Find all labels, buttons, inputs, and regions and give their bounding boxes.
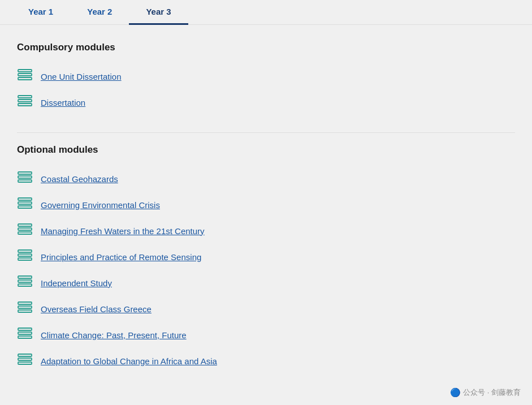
tab-year1[interactable]: Year 1 — [11, 0, 70, 25]
module-link-one-unit-dissertation[interactable]: One Unit Dissertation — [41, 72, 122, 81]
watermark-icon: 🔵 — [450, 387, 461, 398]
svg-rect-19 — [18, 280, 32, 282]
optional-title: Optional modules — [17, 144, 515, 156]
svg-rect-23 — [18, 310, 32, 312]
list-item: Adaptation to Global Change in Africa an… — [17, 348, 515, 374]
tab-year2[interactable]: Year 2 — [70, 0, 129, 25]
module-link-fresh-waters[interactable]: Managing Fresh Waters in the 21st Centur… — [41, 226, 205, 236]
list-item: Dissertation — [17, 89, 515, 115]
svg-rect-3 — [18, 96, 32, 98]
list-item: One Unit Dissertation — [17, 63, 515, 89]
svg-rect-27 — [18, 354, 32, 356]
page-container: Year 1 Year 2 Year 3 Compulsory modules … — [0, 0, 532, 405]
module-link-remote-sensing[interactable]: Principles and Practice of Remote Sensin… — [41, 252, 201, 262]
svg-rect-12 — [18, 224, 32, 226]
section-divider — [17, 132, 515, 133]
watermark-text: 公众号 · 剑藤教育 — [463, 387, 521, 398]
svg-rect-7 — [18, 176, 32, 178]
svg-rect-28 — [18, 358, 32, 360]
svg-rect-16 — [18, 254, 32, 256]
tab-year3[interactable]: Year 3 — [129, 0, 188, 25]
svg-rect-25 — [18, 332, 32, 334]
svg-rect-5 — [18, 104, 32, 106]
tab-bar: Year 1 Year 2 Year 3 — [0, 0, 532, 25]
module-link-adaptation[interactable]: Adaptation to Global Change in Africa an… — [41, 356, 217, 366]
compulsory-list: One Unit Dissertation Dissertation — [17, 63, 515, 115]
svg-rect-9 — [18, 198, 32, 200]
svg-rect-20 — [18, 284, 32, 286]
module-link-dissertation[interactable]: Dissertation — [41, 98, 85, 107]
stack-icon — [17, 301, 34, 316]
svg-rect-29 — [18, 362, 32, 364]
main-content: Compulsory modules One Unit Dissertation — [0, 25, 532, 405]
stack-icon — [17, 328, 34, 342]
module-link-independent-study[interactable]: Independent Study — [41, 278, 112, 288]
svg-rect-13 — [18, 228, 32, 230]
stack-icon — [17, 69, 34, 84]
module-link-climate-change[interactable]: Climate Change: Past, Present, Future — [41, 330, 187, 340]
svg-rect-22 — [18, 306, 32, 308]
compulsory-section: Compulsory modules One Unit Dissertation — [17, 42, 515, 115]
watermark: 🔵 公众号 · 剑藤教育 — [450, 387, 521, 398]
svg-rect-21 — [18, 302, 32, 304]
svg-rect-26 — [18, 336, 32, 338]
stack-icon — [17, 354, 34, 368]
list-item: Managing Fresh Waters in the 21st Centur… — [17, 218, 515, 244]
list-item: Independent Study — [17, 270, 515, 296]
stack-icon — [17, 275, 34, 290]
svg-rect-11 — [18, 206, 32, 208]
module-link-coastal[interactable]: Coastal Geohazards — [41, 174, 118, 184]
list-item: Principles and Practice of Remote Sensin… — [17, 244, 515, 270]
svg-rect-8 — [18, 180, 32, 182]
svg-rect-18 — [18, 276, 32, 278]
stack-icon — [17, 223, 34, 238]
list-item: Governing Environmental Crisis — [17, 192, 515, 218]
stack-icon — [17, 95, 34, 110]
stack-icon — [17, 197, 34, 212]
svg-rect-1 — [18, 74, 32, 76]
list-item: Overseas Field Class Greece — [17, 296, 515, 322]
module-link-governing[interactable]: Governing Environmental Crisis — [41, 200, 160, 210]
svg-rect-10 — [18, 202, 32, 204]
svg-rect-0 — [18, 70, 32, 72]
stack-icon — [17, 171, 34, 186]
svg-rect-15 — [18, 250, 32, 252]
stack-icon — [17, 249, 34, 264]
module-link-overseas[interactable]: Overseas Field Class Greece — [41, 304, 152, 314]
list-item: Coastal Geohazards — [17, 166, 515, 192]
svg-rect-2 — [18, 77, 32, 80]
svg-rect-17 — [18, 258, 32, 260]
svg-rect-14 — [18, 232, 32, 234]
list-item: Climate Change: Past, Present, Future — [17, 322, 515, 348]
svg-rect-24 — [18, 328, 32, 330]
svg-rect-4 — [18, 100, 32, 102]
compulsory-title: Compulsory modules — [17, 42, 515, 53]
optional-section: Optional modules Coastal Geohazards Gove… — [17, 144, 515, 374]
svg-rect-6 — [18, 172, 32, 174]
optional-list: Coastal Geohazards Governing Environment… — [17, 166, 515, 374]
